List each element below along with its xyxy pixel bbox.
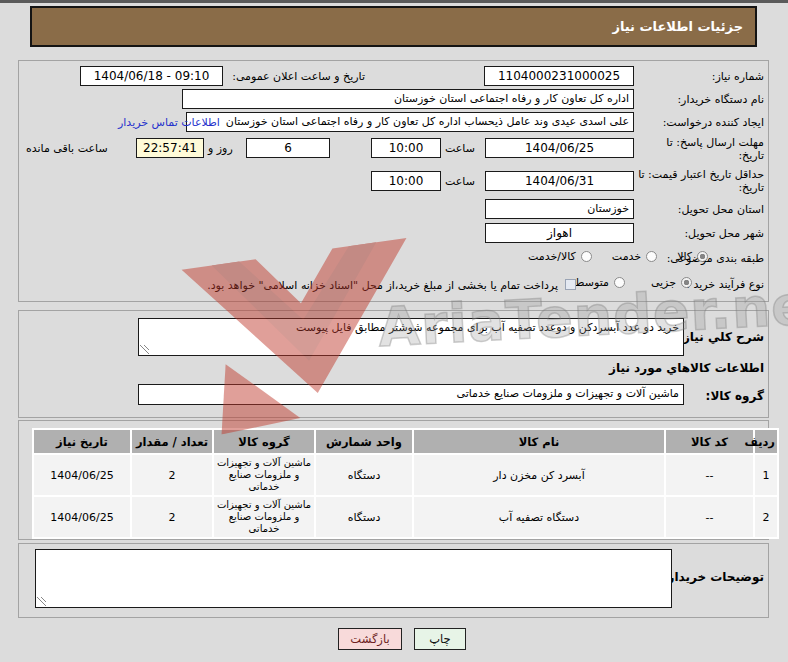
radio-medium-icon[interactable]	[614, 277, 625, 288]
radio-medium-label: متوسط	[574, 276, 609, 289]
process-type-label: نوع فرآیند خرید :	[686, 278, 764, 291]
process-type-group: جزیی متوسط	[574, 276, 692, 289]
request-creator-label: ایجاد کننده درخواست:	[663, 116, 764, 129]
days-and-label: روز و	[208, 142, 233, 155]
request-creator-field[interactable]: علی اسدی عیدی وند عامل ذیحساب اداره کل ت…	[186, 112, 634, 132]
radio-option-goods[interactable]: کالا	[677, 250, 708, 263]
table-row: 2 -- دستگاه تصفیه آب دستگاه ماشین آلات و…	[34, 497, 777, 537]
col-row-number: ردیف	[755, 430, 777, 453]
radio-minor-icon[interactable]	[681, 277, 692, 288]
days-remaining-field[interactable]: 6	[246, 138, 330, 158]
deadline-hour-label: ساعت	[445, 142, 475, 155]
buyer-notes-label: توضیحات خریدار:	[663, 570, 764, 584]
goods-group-field[interactable]: ماشین آلات و تجهیزات و ملزومات صنایع خدم…	[138, 384, 684, 405]
cell-quantity: 2	[132, 455, 212, 495]
buyer-notes-textarea[interactable]	[35, 549, 672, 608]
validity-time-field[interactable]: 10:00	[371, 171, 441, 191]
general-description-label: شرح کلي نیاز:	[678, 330, 764, 344]
validity-date-field[interactable]: 1404/06/31	[485, 171, 634, 191]
cell-row-number: 1	[755, 455, 777, 495]
delivery-province-label: استان محل تحویل:	[678, 203, 764, 216]
radio-goods-service-icon[interactable]	[581, 251, 592, 262]
buyer-org-label: نام دستگاه خریدار:	[677, 93, 764, 106]
radio-service-label: خدمت	[612, 250, 641, 263]
price-validity-label: حداقل تاریخ اعتبار قیمت: تا تاریخ:	[614, 168, 764, 194]
table-row: 1 -- آبسرد کن مخزن دار دستگاه ماشین آلات…	[34, 455, 777, 495]
print-button[interactable]: چاپ	[414, 628, 466, 650]
page-title: جزئیات اطلاعات نیاز	[612, 19, 743, 34]
buyer-org-field[interactable]: اداره کل تعاون کار و رفاه اجتماعی استان …	[182, 89, 634, 109]
hours-remaining-label: ساعت باقی مانده	[26, 142, 108, 155]
col-goods-group: گروه کالا	[214, 430, 314, 453]
cell-goods-code: --	[666, 455, 753, 495]
cell-count-unit: دستگاه	[316, 497, 412, 537]
required-goods-header: اطلاعات کالاهاي مورد نیاز	[609, 361, 764, 375]
cell-goods-group: ماشین آلات و تجهیزات و ملزومات صنایع خدم…	[214, 455, 314, 495]
time-remaining-field[interactable]: 22:57:41	[136, 138, 204, 158]
deadline-date-field[interactable]: 1404/06/25	[485, 138, 634, 158]
cell-goods-name: آبسرد کن مخزن دار	[414, 455, 664, 495]
delivery-city-field[interactable]: اهواز	[485, 223, 634, 243]
need-number-field[interactable]: 1104000231000025	[484, 66, 634, 86]
delivery-city-label: شهر محل تحویل:	[684, 227, 764, 240]
radio-goods-service-label: کالا/خدمت	[528, 250, 576, 263]
radio-minor-label: جزیی	[651, 276, 676, 289]
radio-option-medium[interactable]: متوسط	[574, 276, 625, 289]
cell-row-number: 2	[755, 497, 777, 537]
col-count-unit: واحد شمارش	[316, 430, 412, 453]
col-quantity: تعداد / مقدار	[132, 430, 212, 453]
response-deadline-label: مهلت ارسال پاسخ: تا تاریخ:	[644, 136, 764, 162]
goods-table: ردیف کد کالا نام کالا واحد شمارش گروه کا…	[32, 428, 779, 539]
cell-quantity: 2	[132, 497, 212, 537]
deadline-time-field[interactable]: 10:00	[371, 138, 441, 158]
col-goods-code: کد کالا	[666, 430, 753, 453]
col-goods-name: نام کالا	[414, 430, 664, 453]
need-details-page: جزئیات اطلاعات نیاز شماره نیاز: 11040002…	[0, 0, 788, 662]
general-description-textarea[interactable]: خرید دو عدد آبسردکن و دوعدد تصفیه آب برا…	[138, 318, 684, 356]
goods-group-label: گروه کالا:	[706, 389, 764, 403]
radio-option-service[interactable]: خدمت	[612, 250, 657, 263]
subject-classification-group: کالا خدمت کالا/خدمت	[528, 250, 708, 263]
delivery-province-field[interactable]: خوزستان	[485, 199, 634, 219]
cell-goods-code: --	[666, 497, 753, 537]
col-need-date: تاریخ نیاز	[34, 430, 130, 453]
treasury-note: پرداخت تمام یا بخشی از مبلغ خرید،از محل …	[207, 279, 558, 292]
header-bar: جزئیات اطلاعات نیاز	[30, 6, 757, 47]
radio-option-goods-service[interactable]: کالا/خدمت	[528, 250, 592, 263]
cell-need-date: 1404/06/25	[34, 497, 130, 537]
announce-datetime-field[interactable]: 1404/06/18 - 09:10	[80, 66, 223, 86]
radio-option-minor[interactable]: جزیی	[651, 276, 692, 289]
cell-goods-group: ماشین آلات و تجهیزات و ملزومات صنایع خدم…	[214, 497, 314, 537]
radio-service-icon[interactable]	[646, 251, 657, 262]
cell-goods-name: دستگاه تصفیه آب	[414, 497, 664, 537]
cell-count-unit: دستگاه	[316, 455, 412, 495]
table-header-row: ردیف کد کالا نام کالا واحد شمارش گروه کا…	[34, 430, 777, 453]
radio-goods-icon[interactable]	[697, 251, 708, 262]
need-number-label: شماره نیاز:	[712, 70, 764, 83]
back-button[interactable]: بازگشت	[338, 628, 402, 650]
cell-need-date: 1404/06/25	[34, 455, 130, 495]
announce-datetime-label: تاریخ و ساعت اعلان عمومی:	[232, 70, 365, 83]
top-edge-divider	[0, 0, 788, 3]
buyer-contact-link[interactable]: اطلاعات تماس خریدار	[118, 116, 220, 129]
treasury-checkbox[interactable]	[565, 279, 576, 290]
validity-hour-label: ساعت	[445, 175, 475, 188]
radio-goods-label: کالا	[677, 250, 692, 263]
